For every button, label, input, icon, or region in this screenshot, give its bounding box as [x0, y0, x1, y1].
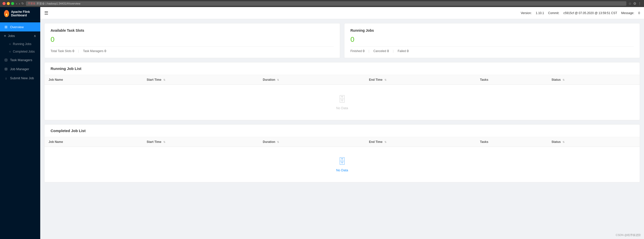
sort-icon-cjl-start-time: ⇅ [163, 141, 165, 143]
sort-icon-cjl-end-time: ⇅ [384, 141, 386, 143]
th-cjl-status[interactable]: Status ⇅ [547, 137, 640, 147]
failed-label: Failed [398, 49, 406, 53]
app-layout: 🔥 Apache Flink Dashboard ⊞ Overview ≡ Jo… [0, 7, 644, 239]
th-status[interactable]: Status ⇅ [547, 75, 640, 85]
th-tasks: Tasks [476, 75, 547, 85]
minimize-button[interactable] [7, 2, 10, 5]
extensions-icon[interactable]: ⚙ [633, 2, 636, 6]
topbar-left: ☰ [44, 10, 48, 16]
refresh-button[interactable]: ↻ [21, 2, 24, 6]
available-task-slots-stats: Total Task Slots 0 | Task Managers 0 [51, 47, 334, 53]
sidebar: 🔥 Apache Flink Dashboard ⊞ Overview ≡ Jo… [0, 7, 40, 239]
running-job-list-section: Running Job List Job Name Start Time ⇅ D… [44, 62, 640, 120]
finished-label: Finished [350, 49, 362, 53]
sidebar-item-jobs-label: Jobs [8, 34, 15, 38]
message-value: 0 [638, 11, 640, 15]
maximize-button[interactable] [11, 2, 14, 5]
sidebar-item-submit-new-job[interactable]: ↓ Submit New Job [0, 73, 40, 83]
canceled-value: 0 [387, 49, 389, 53]
sort-icon-end-time: ⇅ [384, 78, 386, 81]
sidebar-item-task-managers[interactable]: ⊡ Task Managers [0, 55, 40, 64]
th-start-time[interactable]: Start Time ⇅ [143, 75, 259, 85]
stat-separator-3: | [393, 49, 394, 53]
available-task-slots-card: Available Task Slots 0 Total Task Slots … [44, 23, 340, 58]
failed-value: 0 [407, 49, 409, 53]
job-manager-icon: ⊟ [4, 67, 8, 71]
forward-button[interactable]: › [19, 2, 20, 6]
sidebar-nav: ⊞ Overview ≡ Jobs ∧ ○ Running Jobs ○ Com… [0, 20, 40, 239]
completed-job-list-table-wrapper: Job Name Start Time ⇅ Duration ⇅ End Tim… [45, 137, 640, 182]
total-task-slots-label: Total Task Slots [51, 49, 71, 53]
th-cjl-job-name: Job Name [45, 137, 143, 147]
sidebar-item-job-manager[interactable]: ⊟ Job Manager [0, 64, 40, 73]
th-cjl-tasks: Tasks [476, 137, 547, 147]
running-job-list-table-wrapper: Job Name Start Time ⇅ Duration ⇅ End Tim… [45, 75, 640, 120]
logo-icon-symbol: 🔥 [4, 12, 9, 16]
sidebar-item-running-jobs-label: Running Jobs [13, 42, 31, 46]
sidebar-item-running-jobs[interactable]: ○ Running Jobs [0, 40, 40, 48]
sort-icon-start-time: ⇅ [163, 78, 165, 81]
running-jobs-value: 0 [350, 35, 634, 44]
main-content: Available Task Slots 0 Total Task Slots … [40, 19, 644, 239]
sort-icon-cjl-duration: ⇅ [277, 141, 279, 143]
menu-icon[interactable]: ⋮ [638, 2, 641, 6]
close-button[interactable] [3, 2, 6, 5]
task-managers-icon: ⊡ [4, 58, 8, 62]
running-job-list-table: Job Name Start Time ⇅ Duration ⇅ End Tim… [45, 75, 640, 85]
available-task-slots-title: Available Task Slots [51, 28, 334, 32]
task-managers-stat: Task Managers 0 [83, 49, 106, 53]
sidebar-item-overview[interactable]: ⊞ Overview [0, 22, 40, 31]
topbar-right: Version: 1.10.1 Commit: c5915cf @ 07.05.… [521, 11, 640, 15]
th-cjl-duration[interactable]: Duration ⇅ [259, 137, 365, 147]
completed-job-list-table: Job Name Start Time ⇅ Duration ⇅ End Tim… [45, 137, 640, 147]
running-jobs-card: Running Jobs 0 Finished 0 | Canceled 0 | [344, 23, 640, 58]
overview-icon: ⊞ [4, 25, 8, 29]
total-task-slots-value: 0 [72, 49, 74, 53]
canceled-label: Canceled [373, 49, 386, 53]
star-icon[interactable]: ☆ [628, 2, 632, 6]
th-duration[interactable]: Duration ⇅ [259, 75, 365, 85]
commit-label: Commit: [548, 11, 559, 15]
completed-job-table-header-row: Job Name Start Time ⇅ Duration ⇅ End Tim… [45, 137, 640, 147]
completed-job-no-data: 🗄 No Data [45, 147, 640, 182]
message-label: Message: [621, 11, 634, 15]
browser-chrome: ‹ › ↻ 不安全 不安全 | hadoop1:34431/#/overview… [0, 0, 644, 7]
sidebar-item-overview-label: Overview [10, 25, 24, 29]
running-jobs-title: Running Jobs [350, 28, 634, 32]
menu-toggle-button[interactable]: ☰ [44, 10, 48, 16]
logo-icon: 🔥 [4, 10, 9, 17]
th-end-time[interactable]: End Time ⇅ [365, 75, 476, 85]
stat-separator-2: | [369, 49, 369, 53]
canceled-stat: Canceled 0 [373, 49, 389, 53]
no-data-icon-completed: 🗄 [338, 157, 346, 166]
task-managers-stat-label: Task Managers [83, 49, 103, 53]
address-bar[interactable]: 不安全 不安全 | hadoop1:34431/#/overview [26, 1, 626, 6]
version-value: 1.10.1 [536, 11, 544, 15]
sidebar-item-jobs[interactable]: ≡ Jobs ∧ [0, 31, 40, 40]
sidebar-item-completed-jobs[interactable]: ○ Completed Jobs [0, 48, 40, 55]
task-managers-stat-value: 0 [104, 49, 106, 53]
running-jobs-icon: ○ [9, 42, 11, 46]
jobs-icon: ≡ [4, 34, 6, 38]
running-job-no-data: 🗄 No Data [45, 85, 640, 120]
available-task-slots-value: 0 [51, 35, 334, 44]
sidebar-item-task-managers-label: Task Managers [10, 58, 32, 62]
th-cjl-end-time[interactable]: End Time ⇅ [365, 137, 476, 147]
failed-stat: Failed 0 [398, 49, 409, 53]
running-no-data-text: No Data [336, 106, 348, 110]
sort-icon-cjl-status: ⇅ [562, 141, 565, 143]
secure-badge: 不安全 [28, 2, 35, 5]
th-cjl-start-time[interactable]: Start Time ⇅ [143, 137, 259, 147]
sidebar-logo: 🔥 Apache Flink Dashboard [0, 7, 40, 20]
url-text: 不安全 | hadoop1:34431/#/overview [36, 2, 80, 6]
sort-icon-duration: ⇅ [277, 78, 279, 81]
logo-text: Apache Flink Dashboard [11, 10, 36, 17]
back-button[interactable]: ‹ [16, 2, 17, 6]
sidebar-item-submit-new-job-label: Submit New Job [10, 76, 34, 80]
running-jobs-stats: Finished 0 | Canceled 0 | Failed 0 [350, 47, 634, 53]
topbar: ☰ Version: 1.10.1 Commit: c5915cf @ 07.0… [40, 7, 644, 19]
sort-icon-status: ⇅ [562, 78, 565, 81]
chevron-up-icon: ∧ [34, 34, 36, 38]
completed-job-list-title: Completed Job List [45, 125, 640, 137]
th-job-name: Job Name [45, 75, 143, 85]
